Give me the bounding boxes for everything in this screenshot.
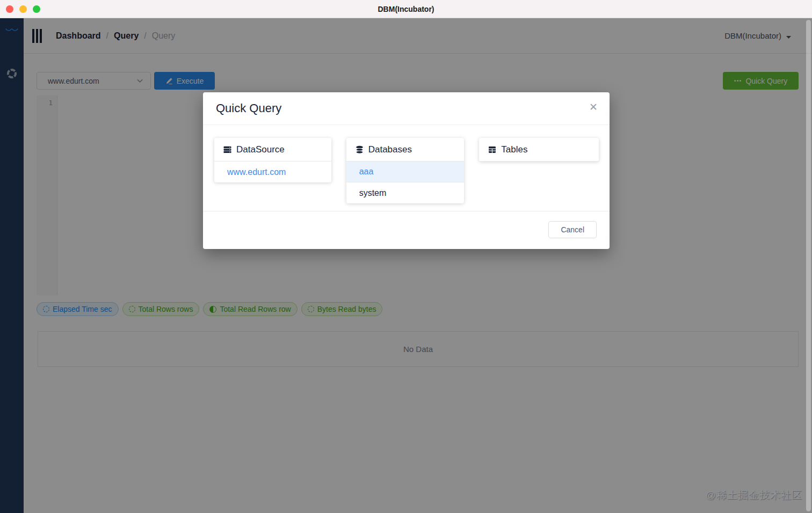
macos-titlebar: DBM(Incubator) xyxy=(0,0,812,18)
databases-panel-title: Databases xyxy=(368,144,412,155)
tables-panel-title: Tables xyxy=(501,144,527,155)
tables-panel: Tables xyxy=(479,138,599,162)
database-item-selected[interactable]: aaa xyxy=(346,162,465,182)
datasource-panel-title: DataSource xyxy=(236,144,285,155)
app-window: DBM(Incubator) Dashboard / xyxy=(0,0,812,513)
close-icon[interactable]: ✕ xyxy=(589,102,598,112)
minimize-window-button[interactable] xyxy=(19,5,27,13)
databases-panel-header: Databases xyxy=(346,138,465,162)
datasource-item[interactable]: www.edurt.com xyxy=(214,162,331,182)
database-item[interactable]: system xyxy=(346,182,465,203)
datasource-panel-header: DataSource xyxy=(214,138,331,162)
modal-body: DataSource www.edurt.com Databases aaa s… xyxy=(203,125,610,211)
modal-footer: Cancel xyxy=(203,211,610,249)
databases-panel: Databases aaa system xyxy=(346,138,465,203)
cancel-button[interactable]: Cancel xyxy=(548,221,597,238)
tables-panel-header: Tables xyxy=(479,138,599,162)
window-scrollbar[interactable] xyxy=(806,20,811,511)
database-icon xyxy=(355,145,364,154)
datasource-panel: DataSource www.edurt.com xyxy=(214,138,331,182)
traffic-lights xyxy=(6,5,40,13)
modal-title: Quick Query xyxy=(216,101,281,115)
table-icon xyxy=(488,145,497,154)
server-icon xyxy=(223,145,232,154)
modal-header: Quick Query ✕ xyxy=(203,92,610,125)
close-window-button[interactable] xyxy=(6,5,13,13)
window-title: DBM(Incubator) xyxy=(378,5,434,13)
zoom-window-button[interactable] xyxy=(33,5,40,13)
quick-query-modal: Quick Query ✕ DataSourc xyxy=(203,92,610,249)
watermark-text: @稀土掘金技术社区 xyxy=(706,488,802,502)
